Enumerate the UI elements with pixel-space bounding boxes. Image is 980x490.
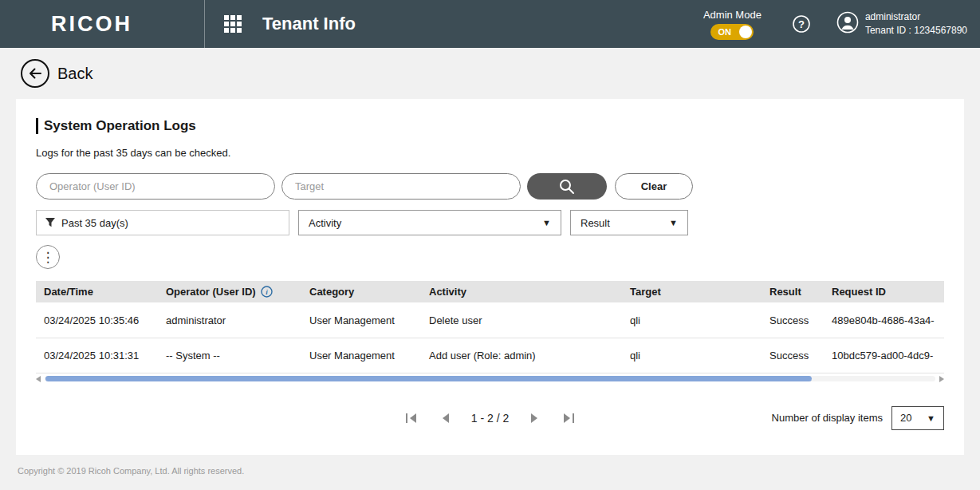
filter-funnel-icon — [45, 217, 56, 228]
operator-input[interactable] — [36, 173, 275, 200]
user-avatar-icon — [836, 11, 859, 37]
back-arrow-icon — [27, 65, 43, 81]
table-row[interactable]: 03/24/2025 10:31:31 -- System -- User Ma… — [36, 338, 944, 373]
col-date-time: Date/Time — [36, 281, 158, 302]
cell-category: User Management — [301, 302, 421, 338]
pagination: 1 - 2 / 2 Number of display items 20 ▼ — [36, 405, 944, 431]
info-icon[interactable]: i — [261, 286, 273, 298]
back-bar: Back — [0, 48, 980, 99]
activity-select[interactable]: Activity ▼ — [298, 210, 561, 235]
cell-date-time: 03/24/2025 10:31:31 — [36, 338, 158, 373]
col-category: Category — [301, 281, 421, 302]
first-page-button[interactable] — [405, 412, 419, 425]
svg-text:i: i — [266, 288, 268, 296]
col-request-id: Request ID — [824, 281, 944, 302]
last-page-button[interactable] — [561, 412, 575, 425]
chevron-down-icon: ▼ — [669, 218, 678, 227]
page-info: 1 - 2 / 2 — [471, 412, 509, 425]
col-target: Target — [622, 281, 762, 302]
cell-request-id: 489e804b-4686-43a4- — [824, 302, 944, 338]
help-icon[interactable]: ? — [792, 14, 811, 34]
display-items-group: Number of display items 20 ▼ — [772, 406, 944, 430]
cell-result: Success — [762, 338, 824, 373]
admin-mode-group: Admin Mode ON — [703, 9, 762, 40]
table-row[interactable]: 03/24/2025 10:35:46 administrator User M… — [36, 302, 944, 338]
display-items-value: 20 — [900, 412, 911, 424]
app-grid-icon[interactable] — [224, 15, 242, 33]
display-items-label: Number of display items — [772, 412, 883, 424]
cell-activity: Delete user — [421, 302, 622, 338]
next-page-button[interactable] — [530, 412, 540, 425]
user-info: administrator Tenant ID : 1234567890 — [865, 10, 967, 38]
svg-text:?: ? — [798, 18, 805, 30]
system-operation-logs-panel: System Operation Logs Logs for the past … — [16, 99, 964, 455]
period-filter-label: Past 35 day(s) — [61, 217, 128, 229]
table-header-row: Date/Time Operator (User ID) i Category … — [36, 281, 944, 302]
activity-select-value: Activity — [309, 217, 341, 229]
search-icon — [558, 178, 576, 196]
tenant-id: Tenant ID : 1234567890 — [865, 24, 967, 38]
chevron-down-icon: ▼ — [927, 413, 935, 423]
target-input[interactable] — [281, 173, 521, 200]
scrollbar-thumb[interactable] — [45, 376, 812, 381]
copyright-text: Copyright © 2019 Ricoh Company, Ltd. All… — [0, 455, 980, 476]
scroll-right-icon[interactable] — [939, 376, 944, 382]
dropdown-filter-row: Past 35 day(s) Activity ▼ Result ▼ — [36, 210, 944, 235]
header-right: Admin Mode ON ? administrator — [703, 9, 980, 40]
scroll-left-icon[interactable] — [36, 376, 41, 382]
cell-result: Success — [762, 302, 824, 338]
app-header: RICOH Tenant Info Admin Mode ON ? — [0, 0, 980, 48]
page-title: Tenant Info — [262, 14, 356, 34]
period-filter[interactable]: Past 35 day(s) — [36, 210, 289, 235]
cell-activity: Add user (Role: admin) — [421, 338, 622, 373]
toggle-on-label: ON — [718, 27, 731, 37]
cell-target: qli — [622, 302, 762, 338]
horizontal-scrollbar — [36, 374, 944, 384]
toggle-knob — [739, 26, 752, 38]
col-activity: Activity — [421, 281, 622, 302]
previous-page-button[interactable] — [440, 412, 450, 425]
col-result: Result — [762, 281, 824, 302]
cell-operator: -- System -- — [158, 338, 301, 373]
header-divider — [204, 0, 205, 48]
back-button[interactable] — [21, 59, 49, 88]
admin-mode-toggle[interactable]: ON — [710, 24, 754, 40]
ellipsis-icon: ⋮ — [41, 249, 55, 266]
cell-operator: administrator — [158, 302, 301, 338]
section-title: System Operation Logs — [36, 118, 944, 134]
clear-button[interactable]: Clear — [615, 173, 693, 200]
result-select[interactable]: Result ▼ — [570, 210, 688, 235]
operation-logs-table: Date/Time Operator (User ID) i Category … — [36, 281, 944, 373]
more-options-button[interactable]: ⋮ — [36, 245, 60, 269]
search-button[interactable] — [527, 173, 607, 200]
section-subtitle: Logs for the past 35 days can be checked… — [36, 147, 944, 159]
cell-category: User Management — [301, 338, 421, 373]
result-select-value: Result — [581, 217, 610, 229]
cell-date-time: 03/24/2025 10:35:46 — [36, 302, 158, 338]
cell-request-id: 10bdc579-ad00-4dc9- — [824, 338, 944, 373]
cell-target: qli — [622, 338, 762, 373]
search-filter-row: Clear — [36, 173, 944, 200]
back-label[interactable]: Back — [57, 65, 92, 83]
chevron-down-icon: ▼ — [542, 218, 551, 227]
scrollbar-track[interactable] — [45, 376, 935, 381]
ricoh-logo: RICOH — [0, 12, 204, 37]
col-operator: Operator (User ID) i — [158, 281, 301, 302]
display-items-select[interactable]: 20 ▼ — [891, 406, 944, 430]
admin-mode-label: Admin Mode — [703, 9, 762, 21]
user-menu[interactable]: administrator Tenant ID : 1234567890 — [836, 10, 967, 38]
user-name: administrator — [865, 10, 967, 24]
